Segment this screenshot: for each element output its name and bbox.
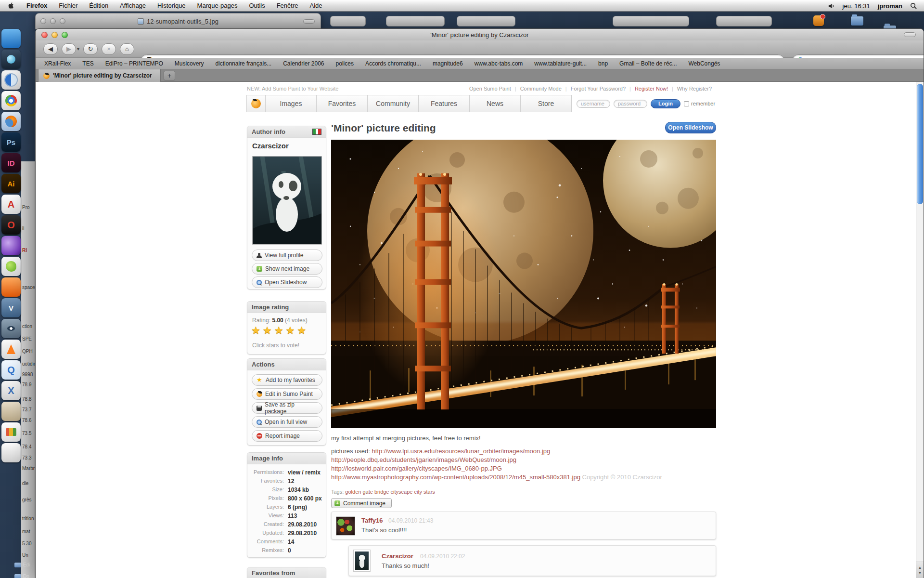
dock-icon-x11[interactable]: X (1, 381, 21, 400)
bookmark-item[interactable]: WebCongés (689, 60, 720, 67)
menu-edition[interactable]: Édition (89, 2, 108, 9)
commenter-name[interactable]: Taffy16 (361, 517, 383, 524)
scroll-up-arrow[interactable]: ▲ (918, 565, 922, 570)
background-window-toolbar-pill[interactable] (303, 19, 315, 24)
forward-button[interactable]: ▶ (62, 43, 76, 55)
history-dropdown-icon[interactable]: ▾ (77, 46, 79, 52)
tag-links[interactable]: golden gate bridge cityscape city stars (345, 489, 435, 495)
bookmark-item[interactable]: EdiPro – PRiNTEMPO (105, 60, 163, 67)
scroll-down-arrow[interactable]: ▼ (918, 571, 922, 575)
menu-firefox[interactable]: Firefox (26, 2, 47, 9)
report-image-button[interactable]: Report image (252, 430, 322, 442)
bookmark-item[interactable]: XRail-Flex (44, 60, 71, 67)
site-logo[interactable] (246, 95, 266, 112)
bookmark-item[interactable]: magnitude6 (433, 60, 463, 67)
home-button[interactable]: ⌂ (120, 43, 134, 55)
author-name[interactable]: Czarscizor (252, 142, 289, 150)
bookmark-item[interactable]: www.abc-tabs.com (475, 60, 523, 67)
author-avatar[interactable] (252, 156, 322, 245)
background-window-titlebar[interactable]: 12-sumopaint-outils_5.jpg (35, 13, 321, 29)
bookmark-item[interactable]: Calendrier 2006 (283, 60, 324, 67)
source-link[interactable]: http://www.lpi.usra.edu/resources/lunar_… (372, 447, 551, 455)
menu-outils[interactable]: Outils (249, 2, 265, 9)
commenter-avatar[interactable] (336, 516, 355, 536)
source-link[interactable]: http://www.myastrophotography.com/wp-con… (331, 473, 580, 481)
menu-fichier[interactable]: Fichier (59, 2, 77, 9)
dock-icon-chrome[interactable] (1, 91, 21, 110)
top-link-why-register[interactable]: Why Register? (677, 86, 712, 92)
dock-icon-opera[interactable]: O (1, 215, 21, 235)
nav-tab-community[interactable]: Community (367, 95, 419, 112)
toolbar-toggle-pill[interactable] (904, 32, 916, 37)
source-link[interactable]: http://lostworld.pair.com/gallery/citysc… (331, 465, 502, 472)
dock-icon-finder[interactable] (1, 29, 21, 48)
apple-menu-icon[interactable] (8, 2, 15, 9)
dock-icon-adium[interactable] (1, 257, 21, 276)
top-link-community-mode[interactable]: Community Mode (520, 86, 562, 92)
save-as-zip-button[interactable]: Save as zip package (252, 402, 322, 414)
show-next-image-button[interactable]: +Show next image (252, 263, 322, 275)
desktop-app-icon[interactable] (813, 15, 824, 26)
source-link[interactable]: http://people.dbq.edu/students/jgarien/i… (331, 456, 516, 463)
commenter-avatar[interactable] (353, 550, 371, 572)
dock-icon-photos[interactable] (1, 422, 21, 442)
scrollbar-thumb[interactable] (917, 84, 923, 204)
bookmark-item[interactable]: Gmail – Boîte de réc... (619, 60, 677, 67)
volume-icon[interactable] (828, 2, 835, 10)
nav-tab-features[interactable]: Features (418, 95, 470, 112)
active-tab[interactable]: 'Minor' picture editing by Czarscizor (38, 69, 161, 82)
dock-icon-quicktime[interactable]: Q (1, 360, 21, 380)
menu-aide[interactable]: Aide (309, 2, 322, 9)
menubar-user[interactable]: jproman (878, 2, 902, 10)
nav-tab-store[interactable]: Store (520, 95, 572, 112)
dock-icon-app-v[interactable]: V (1, 298, 21, 317)
nav-tab-images[interactable]: Images (265, 95, 317, 112)
remember-checkbox[interactable]: remember (684, 101, 715, 106)
bookmark-item[interactable]: Musicovery (175, 60, 204, 67)
open-slideshow-side-button[interactable]: Open Slideshow (252, 276, 322, 288)
open-slideshow-button[interactable]: Open Slideshow (665, 122, 716, 133)
dock-icon-firefox[interactable] (1, 112, 21, 131)
dock-icon-app-tan[interactable] (1, 402, 21, 421)
dock-icon-photoshop[interactable]: Ps (1, 132, 21, 152)
dock-icon-dvd-player[interactable] (1, 236, 21, 255)
bookmark-item[interactable]: polices (336, 60, 354, 67)
spotlight-icon[interactable] (910, 2, 917, 10)
page-scrollbar[interactable]: ▲ ▼ (916, 82, 924, 578)
sidebar-folder-item[interactable]: Edi (14, 562, 30, 567)
menu-historique[interactable]: Historique (157, 2, 186, 9)
menubar-clock[interactable]: jeu. 16:31 (843, 2, 870, 10)
edit-in-sumo-paint-button[interactable]: Edit in Sumo Paint (252, 388, 322, 400)
dock-icon-document[interactable] (1, 443, 21, 462)
bookmark-item[interactable]: dictionnaire français... (215, 60, 271, 67)
bookmark-item[interactable]: www.tablature-guit... (534, 60, 587, 67)
dock-icon-app-orange[interactable] (1, 277, 21, 297)
top-link-forgot-password[interactable]: Forgot Your Password? (571, 86, 626, 92)
bookmark-item[interactable]: bnp (598, 60, 608, 67)
username-field[interactable] (577, 100, 610, 108)
dock-icon-dashboard[interactable] (1, 50, 21, 69)
bookmark-item[interactable]: TES (82, 60, 93, 67)
dock-icon-app-eye[interactable] (1, 319, 21, 338)
open-in-full-view-button[interactable]: Open in full view (252, 416, 322, 428)
dock-icon-illustrator[interactable]: Ai (1, 174, 21, 193)
top-link-open-sumo[interactable]: Open Sumo Paint (469, 86, 511, 92)
dock-icon-acrobat[interactable]: A (1, 195, 21, 214)
nav-tab-news[interactable]: News (469, 95, 521, 112)
bookmark-item[interactable]: Accords chromatiqu... (365, 60, 421, 67)
comment-image-button[interactable]: + Comment image (331, 498, 392, 508)
dock-icon-safari[interactable] (1, 70, 21, 90)
menu-fenetre[interactable]: Fenêtre (277, 2, 298, 9)
view-full-profile-button[interactable]: View full profile (252, 250, 322, 261)
dock-icon-vlc[interactable] (1, 340, 21, 359)
menu-affichage[interactable]: Affichage (120, 2, 146, 9)
rating-stars[interactable]: ★★★★★ (251, 325, 308, 336)
new-tab-button[interactable]: + (164, 71, 175, 80)
back-button[interactable]: ◀ (43, 43, 58, 55)
nav-tab-favorites[interactable]: Favorites (316, 95, 368, 112)
dock-icon-indesign[interactable]: ID (1, 153, 21, 172)
desktop-folder-icon[interactable] (851, 16, 863, 26)
top-link-register[interactable]: Register Now! (635, 86, 668, 92)
commenter-name[interactable]: Czarscizor (382, 552, 413, 560)
sidebar-folder-item[interactable]: Do (14, 574, 29, 578)
